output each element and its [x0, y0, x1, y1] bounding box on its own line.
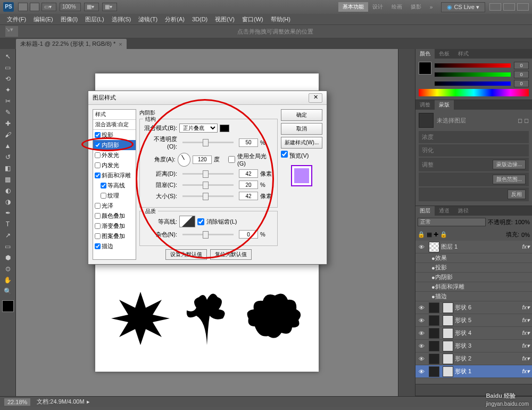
menu-layer[interactable]: 图层(L)	[81, 15, 107, 23]
blur-tool[interactable]: ◐	[2, 185, 14, 196]
contour-picker[interactable]	[179, 216, 195, 227]
new-style-button[interactable]: 新建样式(W)...	[281, 137, 322, 149]
style-item[interactable]: 内阴影	[93, 140, 136, 150]
workspace-more[interactable]: »	[426, 3, 437, 11]
preview-check[interactable]	[281, 151, 288, 158]
status-zoom[interactable]: 22.18%	[4, 398, 30, 406]
shape-tool[interactable]: ▭	[2, 241, 14, 252]
style-checkbox[interactable]	[101, 183, 106, 188]
angle-dial[interactable]	[178, 153, 191, 167]
panel-tab-styles[interactable]: 样式	[454, 49, 473, 59]
panel-tab-adjust[interactable]: 调整	[415, 100, 435, 110]
minimize-icon[interactable]	[489, 3, 501, 11]
r-value[interactable]: 0	[514, 62, 529, 69]
opacity-input[interactable]	[239, 138, 258, 147]
heal-tool[interactable]: ✚	[2, 118, 14, 129]
current-tool-icon[interactable]: ↘▾	[5, 26, 18, 37]
menu-image[interactable]: 图像(I)	[57, 15, 81, 23]
r-slider[interactable]	[435, 63, 511, 68]
minibridge-icon[interactable]	[30, 3, 39, 11]
eyedropper-tool[interactable]: ✎	[2, 107, 14, 118]
style-item[interactable]: 光泽	[93, 201, 136, 211]
global-light-check[interactable]	[228, 156, 235, 163]
style-item[interactable]: 描边	[93, 241, 136, 251]
panel-tab-mask[interactable]: 蒙版	[435, 100, 454, 110]
opacity-slider[interactable]	[182, 142, 234, 143]
panel-tab-layers[interactable]: 图层	[415, 206, 435, 216]
style-checkbox[interactable]	[95, 142, 101, 148]
menu-analysis[interactable]: 分析(A)	[161, 15, 188, 23]
size-input[interactable]	[239, 192, 258, 200]
style-checkbox[interactable]	[95, 233, 101, 239]
wand-tool[interactable]: ✦	[2, 85, 14, 95]
panel-tab-color[interactable]: 颜色	[415, 49, 435, 59]
menu-3d[interactable]: 3D(D)	[188, 16, 211, 22]
brush-tool[interactable]: 🖌	[2, 129, 14, 140]
style-checkbox[interactable]	[95, 223, 101, 229]
eraser-tool[interactable]: ◧	[2, 163, 14, 174]
style-item[interactable]: 渐变叠加	[93, 221, 136, 231]
stamp-tool[interactable]: ▲	[2, 141, 14, 151]
gradient-tool[interactable]: ▦	[2, 174, 14, 185]
tab-close-icon[interactable]: ×	[119, 41, 122, 47]
screen-mode-btn[interactable]: ▭▾	[41, 3, 56, 11]
cancel-button[interactable]: 取消	[281, 123, 322, 135]
style-checkbox[interactable]	[95, 243, 101, 249]
document-tab[interactable]: 未标题-1 @ 22.2% (形状 1, RGB/8) *×	[16, 39, 127, 49]
style-checkbox[interactable]	[95, 173, 101, 178]
menu-window[interactable]: 窗口(W)	[238, 15, 267, 23]
blend-mode-select[interactable]: 正常	[418, 218, 486, 226]
eye-icon[interactable]: 👁	[415, 244, 427, 250]
b-value[interactable]: 0	[514, 80, 529, 87]
layer-list[interactable]: 👁图层 1fx▾ ● 效果 ● 投影 ● 内阴影 ● 斜面和浮雕 ● 描边 👁形…	[415, 241, 532, 384]
menu-view[interactable]: 视图(V)	[211, 15, 238, 23]
choke-input[interactable]	[239, 181, 258, 189]
g-slider[interactable]	[435, 72, 511, 77]
style-item[interactable]: 斜面和浮雕	[93, 170, 136, 181]
style-item[interactable]: 纹理	[93, 191, 136, 201]
style-checkbox[interactable]	[95, 132, 101, 138]
crop-tool[interactable]: ✂	[2, 96, 14, 106]
reset-default-btn[interactable]: 复位为默认值	[210, 249, 252, 260]
dodge-tool[interactable]: ◑	[2, 196, 14, 207]
dialog-close-icon[interactable]: ✕	[309, 93, 322, 103]
lasso-tool[interactable]: ⟲	[2, 73, 14, 84]
workspace-tab-design[interactable]: 设计	[368, 2, 387, 12]
extras-btn[interactable]: ▦▾	[102, 3, 117, 11]
g-value[interactable]: 0	[514, 71, 529, 78]
pen-tool[interactable]: ✒	[2, 208, 14, 218]
marquee-tool[interactable]: ▭	[2, 62, 14, 73]
menu-help[interactable]: 帮助(H)	[267, 15, 294, 23]
fill-value[interactable]: 0%	[521, 232, 530, 238]
noise-slider[interactable]	[182, 234, 234, 235]
size-slider[interactable]	[182, 195, 234, 197]
distance-slider[interactable]	[182, 173, 234, 175]
panel-tab-swatch[interactable]: 色板	[435, 49, 454, 59]
b-slider[interactable]	[435, 81, 511, 86]
style-item[interactable]: 内发光	[93, 160, 136, 170]
workspace-tab-paint[interactable]: 绘画	[387, 2, 406, 12]
style-item[interactable]: 投影	[93, 130, 136, 140]
history-brush-tool[interactable]: ↺	[2, 152, 14, 162]
angle-input[interactable]	[193, 155, 212, 164]
style-checkbox[interactable]	[101, 193, 106, 199]
hand-tool[interactable]: ✋	[2, 275, 14, 285]
antialiased-check[interactable]	[197, 218, 204, 225]
shadow-color-swatch[interactable]	[220, 125, 229, 132]
menu-select[interactable]: 选择(S)	[108, 15, 135, 23]
zoom-select[interactable]: 100%	[60, 3, 81, 11]
panel-tab-paths[interactable]: 路径	[454, 206, 473, 216]
fg-color[interactable]	[419, 62, 431, 75]
opacity-value[interactable]: 100%	[515, 219, 530, 225]
menu-file[interactable]: 文件(F)	[3, 15, 30, 23]
path-tool[interactable]: ↗	[2, 230, 14, 241]
make-default-btn[interactable]: 设置为默认值	[165, 249, 207, 260]
maximize-icon[interactable]	[503, 3, 515, 11]
cslive-button[interactable]: ◉ CS Live ▾	[441, 2, 485, 12]
menu-edit[interactable]: 编辑(E)	[30, 15, 57, 23]
mask-edge-btn[interactable]: 蒙版边缘...	[493, 160, 526, 169]
distance-input[interactable]	[239, 169, 258, 178]
style-item[interactable]: 图案叠加	[93, 231, 136, 241]
style-item[interactable]: 等高线	[93, 181, 136, 191]
workspace-tab-basic[interactable]: 基本功能	[338, 2, 368, 12]
